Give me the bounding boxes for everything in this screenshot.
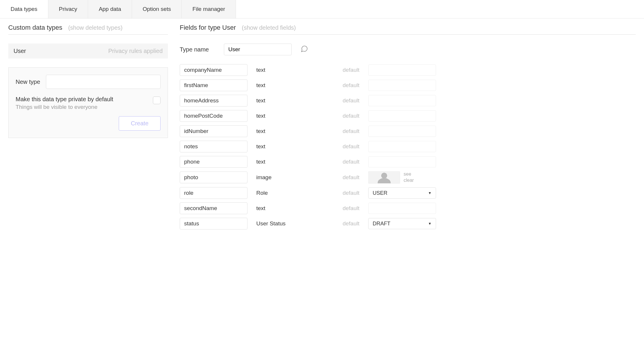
- field-default-value: DRAFT: [373, 221, 390, 227]
- private-label: Make this data type private by default: [16, 96, 113, 103]
- field-type-label: text: [256, 113, 330, 119]
- field-row: statusUser StatusdefaultDRAFT▼: [180, 218, 636, 229]
- image-see-link[interactable]: see: [404, 171, 414, 177]
- field-default-label: default: [339, 174, 359, 181]
- field-default-select[interactable]: DRAFT▼: [368, 218, 436, 229]
- field-type-label: text: [256, 143, 330, 150]
- field-type-label: text: [256, 159, 330, 165]
- tab-file-manager[interactable]: File manager: [182, 0, 236, 18]
- field-type-label: text: [256, 97, 330, 104]
- field-name-input[interactable]: companyName: [180, 64, 247, 76]
- field-default-label: default: [339, 220, 359, 227]
- field-row: companyNametextdefault: [180, 64, 636, 76]
- field-row: secondNametextdefault: [180, 202, 636, 214]
- field-default-label: default: [339, 143, 359, 150]
- field-type-label: text: [256, 67, 330, 73]
- field-name-input[interactable]: status: [180, 218, 247, 229]
- field-name-input[interactable]: homePostCode: [180, 110, 247, 122]
- field-row: homeAddresstextdefault: [180, 95, 636, 107]
- private-sublabel: Things will be visible to everyone: [16, 104, 113, 110]
- field-default-label: default: [339, 97, 359, 104]
- field-row: idNumbertextdefault: [180, 125, 636, 137]
- image-links: seeclear: [404, 171, 414, 184]
- field-name-input[interactable]: secondName: [180, 202, 247, 214]
- type-item-name: User: [14, 48, 26, 54]
- field-default-label: default: [339, 113, 359, 119]
- chevron-down-icon: ▼: [428, 222, 432, 226]
- private-checkbox[interactable]: [153, 97, 161, 104]
- fields-panel: Fields for type User (show deleted field…: [180, 19, 644, 233]
- field-row: roleRoledefaultUSER▼: [180, 187, 636, 199]
- field-name-input[interactable]: firstName: [180, 79, 247, 91]
- typename-label: Type name: [180, 46, 215, 53]
- field-name-input[interactable]: photo: [180, 172, 247, 183]
- field-row: photoimagedefaultseeclear: [180, 171, 636, 184]
- fields-header: Fields for type User (show deleted field…: [180, 24, 636, 35]
- custom-types-title: Custom data types: [8, 24, 62, 31]
- field-type-label: image: [256, 174, 330, 181]
- field-type-label: text: [256, 205, 330, 212]
- field-default-label: default: [339, 205, 359, 212]
- field-type-label: text: [256, 128, 330, 134]
- field-default-label: default: [339, 159, 359, 165]
- field-default-input[interactable]: [368, 141, 436, 152]
- create-button[interactable]: Create: [119, 116, 161, 131]
- field-default-label: default: [339, 128, 359, 134]
- tabs-bar: Data typesPrivacyApp dataOption setsFile…: [0, 0, 644, 19]
- field-default-input[interactable]: [368, 64, 436, 76]
- field-default-input[interactable]: [368, 110, 436, 122]
- field-default-input[interactable]: [368, 156, 436, 167]
- field-default-value: USER: [373, 190, 387, 196]
- field-name-input[interactable]: phone: [180, 156, 247, 168]
- image-thumbnail[interactable]: [368, 171, 400, 184]
- field-default-input[interactable]: [368, 126, 436, 137]
- chevron-down-icon: ▼: [428, 191, 432, 195]
- field-type-label: text: [256, 82, 330, 89]
- field-default-input[interactable]: [368, 203, 436, 214]
- image-clear-link[interactable]: clear: [404, 177, 414, 184]
- typename-row: Type name: [180, 44, 636, 55]
- field-name-input[interactable]: idNumber: [180, 125, 247, 137]
- field-name-input[interactable]: homeAddress: [180, 95, 247, 107]
- tab-privacy[interactable]: Privacy: [48, 0, 88, 18]
- new-type-box: New type Make this data type private by …: [8, 67, 168, 138]
- tab-option-sets[interactable]: Option sets: [132, 0, 182, 18]
- field-default-label: default: [339, 67, 359, 73]
- field-default-label: default: [339, 190, 359, 196]
- field-row: notestextdefault: [180, 141, 636, 152]
- field-row: phonetextdefault: [180, 156, 636, 168]
- field-default-input[interactable]: [368, 95, 436, 106]
- field-row: firstNametextdefault: [180, 79, 636, 91]
- field-name-input[interactable]: role: [180, 187, 247, 199]
- new-type-label: New type: [16, 79, 40, 85]
- tab-data-types[interactable]: Data types: [0, 0, 48, 18]
- private-text-block: Make this data type private by default T…: [16, 96, 113, 110]
- field-type-label: Role: [256, 190, 330, 196]
- field-default-select[interactable]: USER▼: [368, 187, 436, 199]
- fields-title: Fields for type User: [180, 24, 236, 31]
- custom-types-panel: Custom data types (show deleted types) U…: [0, 19, 168, 233]
- content: Custom data types (show deleted types) U…: [0, 19, 644, 233]
- custom-types-header: Custom data types (show deleted types): [8, 24, 168, 35]
- fields-list: companyNametextdefaultfirstNametextdefau…: [180, 64, 636, 229]
- comment-icon[interactable]: [300, 45, 308, 54]
- field-row: homePostCodetextdefault: [180, 110, 636, 122]
- show-deleted-types-link[interactable]: (show deleted types): [68, 24, 123, 31]
- typename-input[interactable]: [224, 44, 292, 55]
- new-type-input[interactable]: [46, 75, 161, 89]
- field-default-label: default: [339, 82, 359, 89]
- tab-app-data[interactable]: App data: [88, 0, 132, 18]
- field-type-label: User Status: [256, 220, 330, 227]
- show-deleted-fields-link[interactable]: (show deleted fields): [242, 24, 296, 31]
- type-item-user[interactable]: User Privacy rules applied: [8, 44, 168, 59]
- field-name-input[interactable]: notes: [180, 141, 247, 152]
- field-default-input[interactable]: [368, 80, 436, 91]
- field-default-image: seeclear: [368, 171, 414, 184]
- type-item-note: Privacy rules applied: [108, 48, 163, 54]
